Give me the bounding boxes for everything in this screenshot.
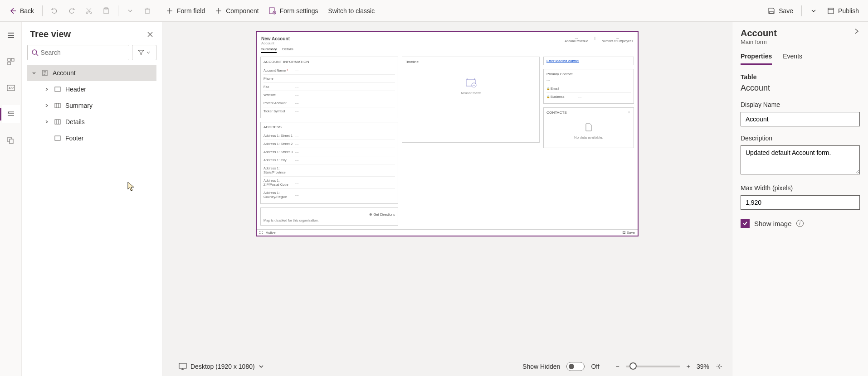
tree-filter-button[interactable] [132,45,156,60]
cut-button[interactable] [81,5,97,17]
form-field[interactable]: Parent Account--- [263,99,395,107]
form-settings-button[interactable]: Form settings [264,5,323,17]
form-settings-icon [269,7,276,14]
form-field[interactable]: Phone--- [263,75,395,83]
zoom-out-button[interactable]: − [616,363,619,370]
undo-button[interactable] [46,5,63,17]
tree-item-header[interactable]: Header [27,81,156,97]
publish-button[interactable]: Publish [823,5,863,17]
monitor-icon [179,363,187,370]
form-field[interactable]: Address 1: Street 1--- [263,132,395,140]
redo-icon [68,7,75,14]
toggle-state-label: Off [591,363,599,370]
save-dropdown[interactable] [805,5,822,17]
form-field[interactable]: Address 1: Country/Region--- [263,189,395,201]
chevron-icon[interactable] [32,71,38,75]
tree-search-input[interactable] [40,49,125,56]
metric-label: Number of Employees [602,39,633,43]
section-account-information[interactable]: ACCOUNT INFORMATION Account Name *---Pho… [260,57,398,118]
separator [801,5,802,16]
section-title: ACCOUNT INFORMATION [263,60,395,64]
add-form-field-button[interactable]: Form field [161,5,210,17]
delete-button[interactable] [139,5,156,17]
form-field-label: Form field [177,7,205,14]
tree-search-box[interactable] [27,45,129,60]
paste-dropdown[interactable] [122,5,138,17]
show-hidden-toggle[interactable] [566,362,585,371]
chevron-icon[interactable] [44,120,51,124]
tree-close-button[interactable] [146,31,154,38]
expand-icon[interactable]: ⛶ [259,231,263,235]
form-field[interactable]: 🔒Business--- [546,93,631,101]
form-field[interactable]: Address 1: Street 3--- [263,148,395,156]
svg-rect-11 [8,62,10,65]
table-label: Table [741,73,860,81]
section-error[interactable]: Error loading control [543,57,634,65]
chevron-down-icon [127,7,134,14]
form-field[interactable]: Address 1: Street 2--- [263,140,395,148]
get-directions-link[interactable]: Get Directions [373,212,395,217]
max-width-label: Max Width (pixels) [741,184,860,192]
form-field[interactable]: Address 1: State/Province--- [263,164,395,177]
switch-classic-button[interactable]: Switch to classic [323,5,379,17]
collapse-panel-button[interactable] [853,28,860,34]
tree-item-account[interactable]: Account [27,65,156,81]
description-input[interactable] [741,145,860,174]
section-contacts[interactable]: CONTACTS⋮ No data available. [543,107,634,148]
form-field[interactable]: 🔒Email--- [546,85,631,93]
timeline-msg: Almost there [461,91,481,95]
tree-item-details[interactable]: Details [27,114,156,130]
rail-fields[interactable]: Abc [2,79,20,97]
prop-tab-events[interactable]: Events [783,53,802,65]
info-icon[interactable]: i [796,220,804,227]
error-link[interactable]: Error loading control [546,59,579,63]
paste-button[interactable] [98,5,114,17]
prop-title: Account [741,28,777,39]
rail-libraries[interactable] [2,131,20,149]
display-name-input[interactable] [741,112,860,126]
timeline-title: Timeline [405,60,536,64]
map-disabled-text: Map is disabled for this organization. [263,218,395,222]
svg-rect-24 [179,363,186,368]
section-primary-contact[interactable]: Primary Contact --- 🔒Email---🔒Business--… [543,69,634,104]
tree-item-summary[interactable]: Summary [27,97,156,114]
redo-button[interactable] [63,5,80,17]
section-map[interactable]: ⊕ Get Directions Map is disabled for thi… [260,207,398,226]
canvas-tab-details[interactable]: Details [282,47,293,53]
metric-value: --- [565,36,588,39]
form-canvas[interactable]: New Account Account ---Annual Revenue | … [256,31,639,236]
section-address[interactable]: ADDRESS Address 1: Street 1---Address 1:… [260,122,398,204]
rail-hamburger[interactable] [2,26,20,44]
add-component-button[interactable]: Component [210,5,263,17]
form-field[interactable]: Fax--- [263,83,395,91]
tree-view-panel: Tree view AccountHeaderSummaryDetailsFoo… [22,22,162,376]
footer-save[interactable]: Save [627,231,635,235]
rail-components[interactable] [2,53,20,71]
description-label: Description [741,135,860,142]
form-field[interactable]: Account Name *--- [263,67,395,75]
fit-screen-button[interactable] [716,363,723,370]
rail-tree-view[interactable] [2,105,20,123]
chevron-icon[interactable] [44,103,51,108]
svg-rect-19 [55,103,60,108]
form-field[interactable]: Address 1: ZIP/Postal Code--- [263,177,395,189]
tree-item-footer[interactable]: Footer [27,130,156,146]
property-panel: Account Main form Properties Events Tabl… [732,22,868,376]
device-selector[interactable]: Desktop (1920 x 1080) [179,363,264,370]
save-button[interactable]: Save [763,5,798,17]
svg-rect-2 [104,9,108,14]
chevron-icon[interactable] [44,87,51,92]
form-field[interactable]: Ticker Symbol--- [263,107,395,115]
cut-icon [85,7,93,14]
form-field[interactable]: Address 1: City--- [263,156,395,164]
canvas-tab-summary[interactable]: Summary [261,47,277,53]
show-image-checkbox[interactable] [741,219,750,228]
back-button[interactable]: Back [5,5,39,17]
section-timeline[interactable]: Timeline Almost there [402,57,540,143]
max-width-input[interactable] [741,195,860,210]
zoom-in-button[interactable]: + [687,363,690,370]
zoom-slider[interactable] [626,366,680,367]
form-field[interactable]: Website--- [263,91,395,99]
prop-tab-properties[interactable]: Properties [741,53,772,65]
tree-view-title: Tree view [30,29,71,39]
